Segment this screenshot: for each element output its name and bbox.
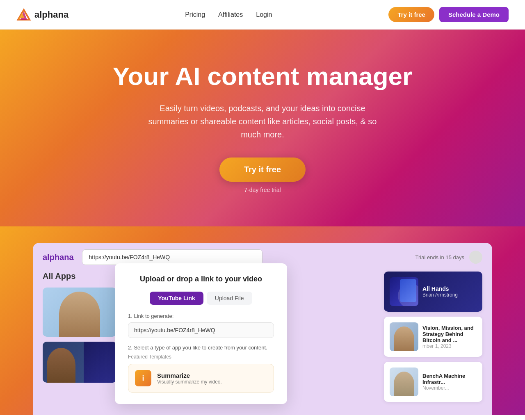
hero-trial-note: 7-day free trial <box>16 187 509 193</box>
nav-pricing[interactable]: Pricing <box>185 11 205 18</box>
person-head-1 <box>394 326 414 351</box>
template-desc: Visually summarize my video. <box>157 379 222 385</box>
navbar-actions: Try it free Schedule a Demo <box>388 7 509 22</box>
shape-rect <box>400 279 416 302</box>
white-card-1-subtitle: mber 1, 2023 <box>422 343 477 349</box>
blue-card-subtitle: Brian Armstrong <box>422 292 458 298</box>
white-card-2-text: BenchA Machine Infrastr... November... <box>422 373 477 391</box>
nav-affiliates[interactable]: Affiliates <box>218 11 243 18</box>
app-thumbnails <box>43 288 125 383</box>
right-card-all-hands[interactable]: All Hands Brian Armstrong <box>384 272 482 312</box>
logo[interactable]: alphana <box>16 7 68 22</box>
nav-schedule-demo-button[interactable]: Schedule a Demo <box>439 7 509 22</box>
upload-modal: Upload or drop a link to your video YouT… <box>115 263 287 404</box>
thumbnail-card-1[interactable] <box>43 288 116 337</box>
bg-shape <box>84 342 116 383</box>
app-sidebar: All Apps <box>43 272 125 383</box>
nav-links: Pricing Affiliates Login <box>185 11 272 18</box>
hero-try-free-button[interactable]: Try it free <box>219 158 306 182</box>
white-card-2-title: BenchA Machine Infrastr... <box>422 373 477 385</box>
modal-link-input[interactable] <box>128 322 274 338</box>
person-thumb-bench <box>390 368 418 396</box>
white-card-2-subtitle: November... <box>422 385 477 391</box>
modal-tabs: YouTube Link Upload File <box>128 292 274 305</box>
thumbnail-card-2[interactable] <box>43 342 116 383</box>
right-card-bitcoin[interactable]: Vision, Mission, and Strategy Behind Bit… <box>384 317 482 357</box>
hero-subtitle: Easily turn videos, podcasts, and your i… <box>148 102 377 141</box>
person-silhouette-2 <box>47 348 75 383</box>
navbar: alphana Pricing Affiliates Login Try it … <box>0 0 525 30</box>
modal-title: Upload or drop a link to your video <box>128 275 274 283</box>
all-apps-title: All Apps <box>43 272 125 281</box>
alphana-logo-icon <box>16 7 31 22</box>
link-label: 1. Link to generate: <box>128 313 274 319</box>
nav-login[interactable]: Login <box>256 11 272 18</box>
user-avatar[interactable] <box>469 251 482 264</box>
hero-title: Your AI content manager <box>16 62 509 90</box>
white-card-1-title: Vision, Mission, and Strategy Behind Bit… <box>422 325 477 343</box>
featured-templates-label: Featured Templates <box>128 354 274 360</box>
right-card-bench[interactable]: BenchA Machine Infrastr... November... <box>384 362 482 402</box>
select-label: 2. Select a type of app you like to crea… <box>128 345 274 351</box>
hero-section: Your AI content manager Easily turn vide… <box>0 30 525 226</box>
blue-shape-icon <box>390 277 418 306</box>
template-summarize-card[interactable]: i Summarize Visually summarize my video. <box>128 364 274 393</box>
nav-try-free-button[interactable]: Try it free <box>388 7 434 22</box>
app-search-area <box>82 249 407 265</box>
template-icon: i <box>135 370 151 386</box>
app-preview-wrapper: alphana Trial ends in 15 days All Apps <box>0 226 525 415</box>
trial-badge: Trial ends in 15 days <box>415 254 464 260</box>
upload-file-tab[interactable]: Upload File <box>207 292 252 305</box>
template-name: Summarize <box>157 372 222 379</box>
blue-card-title: All Hands <box>422 285 458 292</box>
app-youtube-search-input[interactable] <box>82 249 262 265</box>
person-head-2 <box>394 372 414 396</box>
app-inner-logo: alphana <box>43 253 74 262</box>
person-thumb-bitcoin <box>390 322 418 351</box>
blue-card-text: All Hands Brian Armstrong <box>422 285 458 298</box>
logo-text: alphana <box>34 9 68 20</box>
right-cards-area: All Hands Brian Armstrong Vision, Missio… <box>384 272 482 402</box>
template-info: Summarize Visually summarize my video. <box>157 372 222 385</box>
app-body: All Apps Upload or drop a link to your v… <box>33 272 492 393</box>
youtube-link-tab[interactable]: YouTube Link <box>150 292 203 305</box>
person-silhouette-1 <box>59 292 100 337</box>
white-card-1-text: Vision, Mission, and Strategy Behind Bit… <box>422 325 477 349</box>
app-preview: alphana Trial ends in 15 days All Apps <box>33 243 492 415</box>
